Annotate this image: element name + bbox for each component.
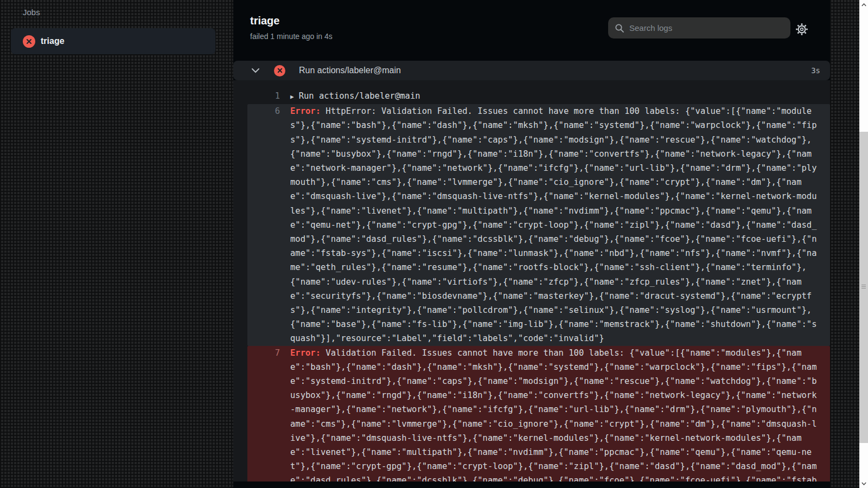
search-input[interactable] [629, 23, 784, 33]
search-logs-box[interactable] [608, 17, 790, 38]
page-title: triage [250, 15, 279, 27]
log-line-number[interactable]: 6 [247, 104, 280, 118]
chevron-down-icon[interactable] [251, 68, 260, 73]
search-icon [615, 23, 624, 33]
scrollbar-thumb[interactable] [859, 132, 868, 443]
log-line-7: 7 Error: Validation Failed. Issues canno… [247, 346, 830, 481]
jobs-sidebar: Jobs triage [0, 0, 233, 488]
step-header-run-actions-labeler[interactable]: Run actions/labeler@main 3s [233, 61, 830, 80]
log-line-1: 1 ▶Run actions/labeler@main [247, 89, 830, 104]
scroll-down-arrow-icon[interactable] [859, 479, 868, 488]
log-line-number[interactable]: 1 [247, 89, 280, 103]
job-header: triage failed 1 minute ago in 4s [233, 0, 830, 54]
error-label: Error: [290, 106, 326, 116]
failed-x-circle-icon [274, 65, 285, 76]
error-message-text: Validation Failed. Issues cannot have mo… [290, 348, 817, 481]
sidebar-item-triage[interactable]: triage [11, 28, 215, 54]
log-line-text: Error: HttpError: Validation Failed. Iss… [290, 104, 820, 345]
error-label: Error: [290, 348, 326, 358]
scrollbar-grip-icon [861, 285, 866, 290]
settings-button[interactable] [794, 22, 809, 37]
vertical-scrollbar[interactable] [859, 0, 868, 488]
step-title: Run actions/labeler@main [299, 66, 401, 75]
step-duration: 3s [811, 66, 820, 75]
job-status-text: failed 1 minute ago in 4s [250, 32, 333, 41]
job-name-label: triage [41, 36, 65, 46]
log-line-6: 6 Error: HttpError: Validation Failed. I… [247, 104, 830, 345]
gear-icon [795, 23, 808, 36]
log-line-number[interactable]: 7 [247, 346, 280, 360]
failed-x-circle-icon [23, 35, 35, 48]
job-log-panel: triage failed 1 minute ago in 4s [233, 0, 830, 488]
log-line-text: Error: Validation Failed. Issues cannot … [290, 346, 820, 481]
error-message-text: HttpError: Validation Failed. Issues can… [290, 106, 817, 343]
log-line-text: ▶Run actions/labeler@main [290, 89, 820, 104]
jobs-sidebar-title: Jobs [23, 8, 40, 17]
command-text: Run actions/labeler@main [299, 91, 420, 101]
scroll-up-arrow-icon[interactable] [859, 0, 868, 9]
expand-triangle-icon[interactable]: ▶ [290, 93, 294, 100]
log-viewer: 1 ▶Run actions/labeler@main 6 Error: Htt… [233, 80, 830, 481]
